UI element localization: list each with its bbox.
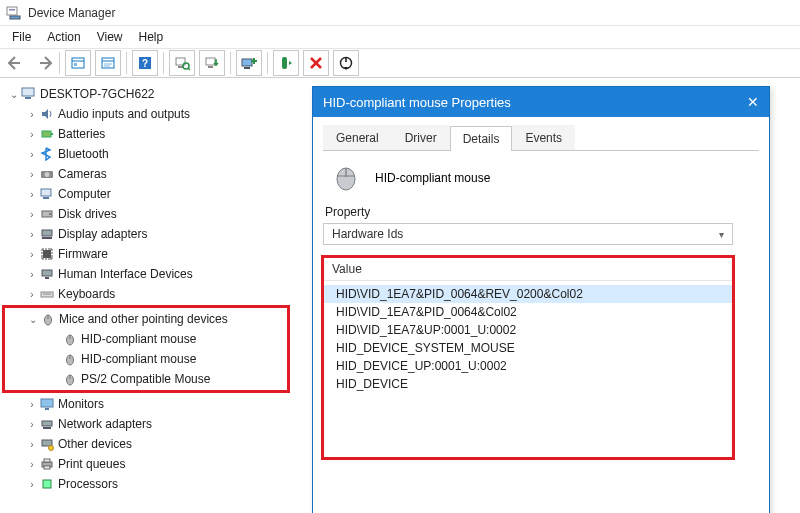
tree-root-label: DESKTOP-7GCH622 [40, 87, 155, 101]
chevron-right-icon[interactable]: › [26, 229, 38, 240]
tab-events[interactable]: Events [512, 125, 575, 150]
update-driver-button[interactable] [199, 50, 225, 76]
svg-rect-25 [51, 133, 53, 135]
chevron-down-icon[interactable]: ⌄ [8, 89, 20, 100]
chevron-right-icon[interactable]: › [26, 129, 38, 140]
enable-button[interactable] [273, 50, 299, 76]
display-adapter-icon [38, 226, 56, 242]
tree-node-disk[interactable]: ›Disk drives [4, 204, 316, 224]
tree-node-computer[interactable]: ›Computer [4, 184, 316, 204]
value-listbox[interactable]: Value HID\VID_1EA7&PID_0064&REV_0200&Col… [323, 257, 733, 458]
dialog-tabs: General Driver Details Events [323, 125, 759, 151]
tree-node-mice[interactable]: ⌄Mice and other pointing devices [5, 309, 287, 329]
tree-node-display[interactable]: ›Display adapters [4, 224, 316, 244]
chevron-right-icon[interactable]: › [26, 459, 38, 470]
menu-action[interactable]: Action [39, 28, 88, 46]
svg-rect-5 [74, 63, 77, 66]
tree-node-processors[interactable]: ›Processors [4, 474, 316, 494]
tree-node-cameras[interactable]: ›Cameras [4, 164, 316, 184]
menu-file[interactable]: File [4, 28, 39, 46]
chevron-right-icon[interactable]: › [26, 439, 38, 450]
svg-rect-17 [208, 66, 213, 68]
chevron-right-icon[interactable]: › [26, 249, 38, 260]
svg-rect-19 [244, 67, 250, 69]
disable-button[interactable] [333, 50, 359, 76]
forward-button[interactable] [30, 50, 56, 76]
audio-icon [38, 106, 56, 122]
svg-rect-56 [43, 480, 51, 488]
tree-node-keyboards[interactable]: ›Keyboards [4, 284, 316, 304]
dialog-titlebar[interactable]: HID-compliant mouse Properties ✕ [313, 87, 769, 117]
value-row[interactable]: HID\VID_1EA7&PID_0064&REV_0200&Col02 [324, 285, 732, 303]
property-dropdown[interactable]: Hardware Ids ▾ [323, 223, 733, 245]
svg-rect-24 [42, 131, 51, 137]
svg-rect-36 [45, 277, 49, 279]
svg-rect-32 [42, 230, 52, 236]
chevron-right-icon[interactable]: › [26, 169, 38, 180]
chevron-right-icon[interactable]: › [26, 209, 38, 220]
chevron-right-icon[interactable]: › [26, 189, 38, 200]
add-legacy-button[interactable] [236, 50, 262, 76]
svg-rect-49 [42, 421, 52, 426]
tree-item-hid-mouse-2[interactable]: HID-compliant mouse [5, 349, 287, 369]
tree-item-hid-mouse-1[interactable]: HID-compliant mouse [5, 329, 287, 349]
back-button[interactable] [4, 50, 30, 76]
tree-node-audio[interactable]: ›Audio inputs and outputs [4, 104, 316, 124]
tree-label: Human Interface Devices [58, 267, 193, 281]
chevron-down-icon[interactable]: ⌄ [27, 314, 39, 325]
device-tree[interactable]: ⌄ DESKTOP-7GCH622 ›Audio inputs and outp… [0, 78, 320, 500]
value-row[interactable]: HID_DEVICE_UP:0001_U:0002 [324, 357, 732, 375]
tab-driver[interactable]: Driver [392, 125, 450, 150]
value-row[interactable]: HID_DEVICE [324, 375, 732, 393]
properties-button[interactable] [95, 50, 121, 76]
scan-hardware-button[interactable] [169, 50, 195, 76]
chevron-right-icon[interactable]: › [26, 149, 38, 160]
menu-help[interactable]: Help [131, 28, 172, 46]
chevron-right-icon[interactable]: › [26, 289, 38, 300]
chevron-right-icon[interactable]: › [26, 479, 38, 490]
show-hidden-button[interactable] [65, 50, 91, 76]
help-button[interactable]: ? [132, 50, 158, 76]
tree-root[interactable]: ⌄ DESKTOP-7GCH622 [4, 84, 316, 104]
tree-label: Firmware [58, 247, 108, 261]
tree-node-print[interactable]: ›Print queues [4, 454, 316, 474]
value-row[interactable]: HID\VID_1EA7&UP:0001_U:0002 [324, 321, 732, 339]
value-row[interactable]: HID_DEVICE_SYSTEM_MOUSE [324, 339, 732, 357]
tree-item-ps2-mouse[interactable]: PS/2 Compatible Mouse [5, 369, 287, 389]
tab-general[interactable]: General [323, 125, 392, 150]
disk-icon [38, 206, 56, 222]
tree-label: Display adapters [58, 227, 147, 241]
tree-node-monitors[interactable]: ›Monitors [4, 394, 316, 414]
tree-node-batteries[interactable]: ›Batteries [4, 124, 316, 144]
close-button[interactable]: ✕ [747, 94, 759, 110]
keyboard-icon [38, 286, 56, 302]
cpu-icon [38, 476, 56, 492]
tree-node-firmware[interactable]: ›Firmware [4, 244, 316, 264]
svg-rect-2 [9, 9, 15, 11]
property-value: Hardware Ids [332, 227, 403, 241]
chevron-right-icon[interactable]: › [26, 419, 38, 430]
tree-label: Keyboards [58, 287, 115, 301]
network-icon [38, 416, 56, 432]
svg-rect-13 [178, 66, 183, 68]
value-row[interactable]: HID\VID_1EA7&PID_0064&Col02 [324, 303, 732, 321]
chevron-right-icon[interactable]: › [26, 109, 38, 120]
chevron-right-icon[interactable]: › [26, 269, 38, 280]
toolbar-separator [267, 52, 268, 74]
hid-icon [38, 266, 56, 282]
menu-view[interactable]: View [89, 28, 131, 46]
svg-rect-54 [44, 459, 50, 462]
computer-icon [20, 86, 38, 102]
menubar: File Action View Help [0, 26, 800, 48]
svg-rect-0 [7, 7, 17, 15]
svg-rect-50 [43, 427, 51, 429]
tree-node-hid[interactable]: ›Human Interface Devices [4, 264, 316, 284]
tree-node-other[interactable]: ›Other devices [4, 434, 316, 454]
tree-node-bluetooth[interactable]: ›Bluetooth [4, 144, 316, 164]
uninstall-button[interactable] [303, 50, 329, 76]
svg-rect-34 [43, 250, 51, 258]
mouse-icon [39, 311, 57, 327]
chevron-right-icon[interactable]: › [26, 399, 38, 410]
tab-details[interactable]: Details [450, 126, 513, 151]
tree-node-network[interactable]: ›Network adapters [4, 414, 316, 434]
